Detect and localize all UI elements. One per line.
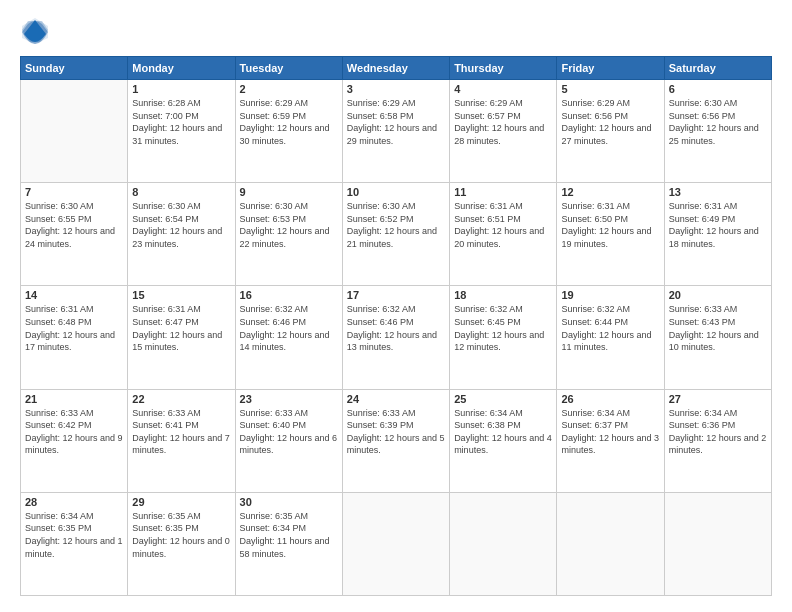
day-number: 24 — [347, 393, 445, 405]
day-header-row: SundayMondayTuesdayWednesdayThursdayFrid… — [21, 57, 772, 80]
calendar-cell: 17Sunrise: 6:32 AMSunset: 6:46 PMDayligh… — [342, 286, 449, 389]
calendar-cell — [342, 492, 449, 595]
calendar-cell: 2Sunrise: 6:29 AMSunset: 6:59 PMDaylight… — [235, 80, 342, 183]
day-detail: Sunrise: 6:32 AMSunset: 6:44 PMDaylight:… — [561, 303, 659, 353]
calendar-cell: 8Sunrise: 6:30 AMSunset: 6:54 PMDaylight… — [128, 183, 235, 286]
calendar-cell: 5Sunrise: 6:29 AMSunset: 6:56 PMDaylight… — [557, 80, 664, 183]
day-number: 20 — [669, 289, 767, 301]
day-detail: Sunrise: 6:33 AMSunset: 6:40 PMDaylight:… — [240, 407, 338, 457]
day-number: 5 — [561, 83, 659, 95]
day-detail: Sunrise: 6:34 AMSunset: 6:37 PMDaylight:… — [561, 407, 659, 457]
day-detail: Sunrise: 6:30 AMSunset: 6:53 PMDaylight:… — [240, 200, 338, 250]
day-detail: Sunrise: 6:33 AMSunset: 6:43 PMDaylight:… — [669, 303, 767, 353]
calendar-cell: 10Sunrise: 6:30 AMSunset: 6:52 PMDayligh… — [342, 183, 449, 286]
calendar-cell: 28Sunrise: 6:34 AMSunset: 6:35 PMDayligh… — [21, 492, 128, 595]
day-number: 10 — [347, 186, 445, 198]
day-number: 8 — [132, 186, 230, 198]
col-header-friday: Friday — [557, 57, 664, 80]
col-header-thursday: Thursday — [450, 57, 557, 80]
day-number: 14 — [25, 289, 123, 301]
col-header-wednesday: Wednesday — [342, 57, 449, 80]
day-number: 26 — [561, 393, 659, 405]
calendar-cell: 9Sunrise: 6:30 AMSunset: 6:53 PMDaylight… — [235, 183, 342, 286]
day-number: 21 — [25, 393, 123, 405]
calendar-cell: 29Sunrise: 6:35 AMSunset: 6:35 PMDayligh… — [128, 492, 235, 595]
day-detail: Sunrise: 6:30 AMSunset: 6:56 PMDaylight:… — [669, 97, 767, 147]
day-number: 3 — [347, 83, 445, 95]
col-header-saturday: Saturday — [664, 57, 771, 80]
day-number: 25 — [454, 393, 552, 405]
logo-icon — [20, 16, 50, 46]
week-row-1: 7Sunrise: 6:30 AMSunset: 6:55 PMDaylight… — [21, 183, 772, 286]
day-detail: Sunrise: 6:29 AMSunset: 6:58 PMDaylight:… — [347, 97, 445, 147]
calendar-cell: 23Sunrise: 6:33 AMSunset: 6:40 PMDayligh… — [235, 389, 342, 492]
calendar-cell: 4Sunrise: 6:29 AMSunset: 6:57 PMDaylight… — [450, 80, 557, 183]
day-number: 9 — [240, 186, 338, 198]
calendar-cell: 1Sunrise: 6:28 AMSunset: 7:00 PMDaylight… — [128, 80, 235, 183]
day-number: 15 — [132, 289, 230, 301]
calendar-cell: 18Sunrise: 6:32 AMSunset: 6:45 PMDayligh… — [450, 286, 557, 389]
day-number: 27 — [669, 393, 767, 405]
day-detail: Sunrise: 6:32 AMSunset: 6:46 PMDaylight:… — [347, 303, 445, 353]
calendar-cell: 22Sunrise: 6:33 AMSunset: 6:41 PMDayligh… — [128, 389, 235, 492]
day-detail: Sunrise: 6:29 AMSunset: 6:59 PMDaylight:… — [240, 97, 338, 147]
calendar-cell: 7Sunrise: 6:30 AMSunset: 6:55 PMDaylight… — [21, 183, 128, 286]
day-detail: Sunrise: 6:30 AMSunset: 6:55 PMDaylight:… — [25, 200, 123, 250]
calendar-page: SundayMondayTuesdayWednesdayThursdayFrid… — [0, 0, 792, 612]
day-number: 12 — [561, 186, 659, 198]
day-detail: Sunrise: 6:31 AMSunset: 6:48 PMDaylight:… — [25, 303, 123, 353]
calendar-cell: 12Sunrise: 6:31 AMSunset: 6:50 PMDayligh… — [557, 183, 664, 286]
calendar-cell — [21, 80, 128, 183]
col-header-monday: Monday — [128, 57, 235, 80]
day-number: 13 — [669, 186, 767, 198]
day-detail: Sunrise: 6:33 AMSunset: 6:41 PMDaylight:… — [132, 407, 230, 457]
day-number: 4 — [454, 83, 552, 95]
day-detail: Sunrise: 6:31 AMSunset: 6:47 PMDaylight:… — [132, 303, 230, 353]
day-detail: Sunrise: 6:34 AMSunset: 6:36 PMDaylight:… — [669, 407, 767, 457]
day-number: 1 — [132, 83, 230, 95]
day-detail: Sunrise: 6:30 AMSunset: 6:54 PMDaylight:… — [132, 200, 230, 250]
calendar-cell: 26Sunrise: 6:34 AMSunset: 6:37 PMDayligh… — [557, 389, 664, 492]
week-row-4: 28Sunrise: 6:34 AMSunset: 6:35 PMDayligh… — [21, 492, 772, 595]
week-row-0: 1Sunrise: 6:28 AMSunset: 7:00 PMDaylight… — [21, 80, 772, 183]
calendar-cell: 13Sunrise: 6:31 AMSunset: 6:49 PMDayligh… — [664, 183, 771, 286]
day-detail: Sunrise: 6:28 AMSunset: 7:00 PMDaylight:… — [132, 97, 230, 147]
day-detail: Sunrise: 6:34 AMSunset: 6:35 PMDaylight:… — [25, 510, 123, 560]
calendar-cell: 19Sunrise: 6:32 AMSunset: 6:44 PMDayligh… — [557, 286, 664, 389]
logo — [20, 16, 54, 46]
day-detail: Sunrise: 6:35 AMSunset: 6:35 PMDaylight:… — [132, 510, 230, 560]
day-detail: Sunrise: 6:32 AMSunset: 6:45 PMDaylight:… — [454, 303, 552, 353]
calendar-cell: 11Sunrise: 6:31 AMSunset: 6:51 PMDayligh… — [450, 183, 557, 286]
day-number: 11 — [454, 186, 552, 198]
day-number: 16 — [240, 289, 338, 301]
col-header-tuesday: Tuesday — [235, 57, 342, 80]
header — [20, 16, 772, 46]
col-header-sunday: Sunday — [21, 57, 128, 80]
day-detail: Sunrise: 6:33 AMSunset: 6:39 PMDaylight:… — [347, 407, 445, 457]
day-number: 29 — [132, 496, 230, 508]
day-detail: Sunrise: 6:29 AMSunset: 6:56 PMDaylight:… — [561, 97, 659, 147]
calendar-cell: 27Sunrise: 6:34 AMSunset: 6:36 PMDayligh… — [664, 389, 771, 492]
day-number: 19 — [561, 289, 659, 301]
day-number: 17 — [347, 289, 445, 301]
calendar-cell: 15Sunrise: 6:31 AMSunset: 6:47 PMDayligh… — [128, 286, 235, 389]
day-detail: Sunrise: 6:32 AMSunset: 6:46 PMDaylight:… — [240, 303, 338, 353]
calendar-cell: 16Sunrise: 6:32 AMSunset: 6:46 PMDayligh… — [235, 286, 342, 389]
day-number: 6 — [669, 83, 767, 95]
calendar-cell — [557, 492, 664, 595]
day-detail: Sunrise: 6:30 AMSunset: 6:52 PMDaylight:… — [347, 200, 445, 250]
day-detail: Sunrise: 6:31 AMSunset: 6:50 PMDaylight:… — [561, 200, 659, 250]
calendar-cell: 21Sunrise: 6:33 AMSunset: 6:42 PMDayligh… — [21, 389, 128, 492]
day-number: 30 — [240, 496, 338, 508]
day-detail: Sunrise: 6:33 AMSunset: 6:42 PMDaylight:… — [25, 407, 123, 457]
day-detail: Sunrise: 6:34 AMSunset: 6:38 PMDaylight:… — [454, 407, 552, 457]
calendar-cell: 6Sunrise: 6:30 AMSunset: 6:56 PMDaylight… — [664, 80, 771, 183]
day-number: 22 — [132, 393, 230, 405]
day-detail: Sunrise: 6:35 AMSunset: 6:34 PMDaylight:… — [240, 510, 338, 560]
day-detail: Sunrise: 6:31 AMSunset: 6:49 PMDaylight:… — [669, 200, 767, 250]
day-number: 18 — [454, 289, 552, 301]
week-row-2: 14Sunrise: 6:31 AMSunset: 6:48 PMDayligh… — [21, 286, 772, 389]
calendar-cell: 14Sunrise: 6:31 AMSunset: 6:48 PMDayligh… — [21, 286, 128, 389]
calendar-cell: 30Sunrise: 6:35 AMSunset: 6:34 PMDayligh… — [235, 492, 342, 595]
calendar-table: SundayMondayTuesdayWednesdayThursdayFrid… — [20, 56, 772, 596]
